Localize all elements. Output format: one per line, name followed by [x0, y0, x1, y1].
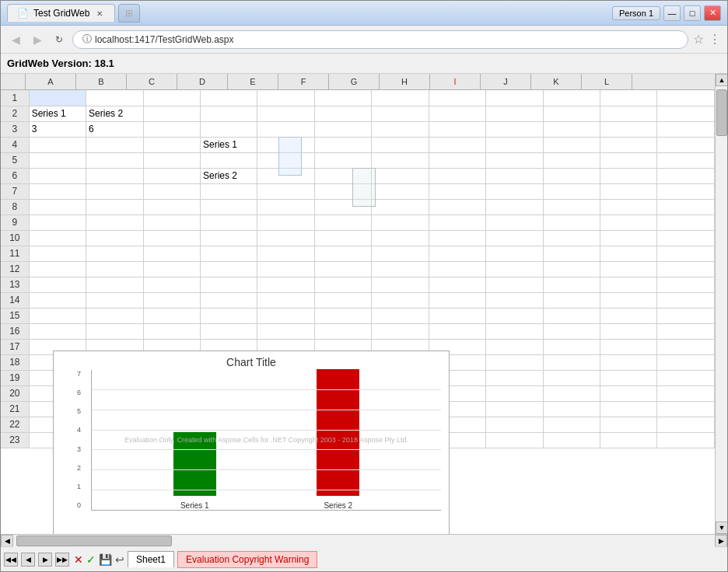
- new-tab[interactable]: ⊞: [118, 4, 140, 23]
- cell-I20[interactable]: [486, 385, 543, 401]
- cell-D14[interactable]: [200, 292, 257, 308]
- cell-D11[interactable]: [200, 246, 257, 261]
- cell-L9[interactable]: [657, 214, 715, 230]
- cell-I8[interactable]: [486, 199, 543, 214]
- cell-C10[interactable]: [143, 230, 200, 246]
- cell-C11[interactable]: [143, 246, 200, 261]
- cell-A10[interactable]: [29, 230, 86, 246]
- cell-F16[interactable]: [314, 323, 371, 339]
- cell-B10[interactable]: [86, 230, 143, 246]
- cell-L3[interactable]: [657, 121, 715, 137]
- cell-L8[interactable]: [657, 199, 715, 214]
- cell-I11[interactable]: [486, 246, 543, 261]
- cell-I6[interactable]: [486, 168, 543, 183]
- cell-K21[interactable]: [600, 401, 657, 417]
- tab-close-button[interactable]: ✕: [94, 9, 105, 19]
- cell-L17[interactable]: [657, 339, 715, 354]
- cell-J3[interactable]: [543, 121, 600, 137]
- scroll-down-button[interactable]: ▼: [716, 521, 727, 534]
- cell-K16[interactable]: [600, 323, 657, 339]
- cell-K4[interactable]: [600, 137, 657, 152]
- h-scroll-track[interactable]: [13, 535, 715, 547]
- cell-H16[interactable]: [429, 323, 485, 339]
- cell-B4[interactable]: [86, 137, 143, 152]
- address-input[interactable]: ⓘ localhost:1417/TestGridWeb.aspx: [72, 30, 688, 49]
- cell-L11[interactable]: [657, 246, 715, 261]
- cell-L21[interactable]: [657, 401, 715, 417]
- cell-D13[interactable]: [200, 277, 257, 292]
- cell-J9[interactable]: [543, 214, 600, 230]
- cell-C2[interactable]: [143, 106, 200, 121]
- cell-B12[interactable]: [86, 261, 143, 277]
- cell-G14[interactable]: [372, 292, 429, 308]
- series2-floating-widget[interactable]: [352, 168, 376, 207]
- cell-I7[interactable]: [486, 183, 543, 199]
- cell-D12[interactable]: [200, 261, 257, 277]
- col-header-C[interactable]: C: [127, 74, 177, 89]
- col-header-J[interactable]: J: [481, 74, 531, 89]
- cell-L23[interactable]: [657, 432, 715, 448]
- undo-icon[interactable]: ↩: [115, 553, 124, 566]
- cell-L7[interactable]: [657, 183, 715, 199]
- cell-H11[interactable]: [429, 246, 485, 261]
- cell-I21[interactable]: [486, 401, 543, 417]
- col-header-L[interactable]: L: [582, 74, 632, 89]
- cell-J19[interactable]: [543, 370, 600, 385]
- cell-B14[interactable]: [86, 292, 143, 308]
- cell-L16[interactable]: [657, 323, 715, 339]
- col-header-G[interactable]: G: [329, 74, 380, 89]
- cell-B5[interactable]: [86, 152, 143, 168]
- col-header-B[interactable]: B: [76, 74, 127, 89]
- cell-I5[interactable]: [486, 152, 543, 168]
- cell-D1[interactable]: [200, 90, 257, 106]
- cell-J4[interactable]: [543, 137, 600, 152]
- cell-D15[interactable]: [200, 308, 257, 323]
- cell-I15[interactable]: [486, 308, 543, 323]
- cell-F14[interactable]: [314, 292, 371, 308]
- cell-C6[interactable]: [143, 168, 200, 183]
- cell-K9[interactable]: [600, 214, 657, 230]
- tab-last-button[interactable]: ▶▶: [55, 553, 69, 567]
- cell-C16[interactable]: [143, 323, 200, 339]
- series1-floating-widget[interactable]: [278, 137, 302, 176]
- cell-K3[interactable]: [600, 121, 657, 137]
- cell-I3[interactable]: [486, 121, 543, 137]
- cell-E14[interactable]: [257, 292, 314, 308]
- scroll-left-button[interactable]: ◀: [1, 535, 13, 547]
- cell-C7[interactable]: [143, 183, 200, 199]
- cell-D9[interactable]: [200, 214, 257, 230]
- col-header-E[interactable]: E: [228, 74, 278, 89]
- cell-K2[interactable]: [600, 106, 657, 121]
- menu-button[interactable]: ⋮: [709, 32, 721, 47]
- cell-K7[interactable]: [600, 183, 657, 199]
- person-button[interactable]: Person 1: [612, 6, 660, 20]
- cell-I22[interactable]: [486, 417, 543, 432]
- cell-L19[interactable]: [657, 370, 715, 385]
- cell-A3[interactable]: 3: [29, 121, 86, 137]
- cell-J20[interactable]: [543, 385, 600, 401]
- cell-K14[interactable]: [600, 292, 657, 308]
- cell-K11[interactable]: [600, 246, 657, 261]
- cell-A1[interactable]: [29, 90, 86, 106]
- tab-next-button[interactable]: ▶: [38, 553, 52, 567]
- cell-I18[interactable]: [486, 354, 543, 370]
- cell-E10[interactable]: [257, 230, 314, 246]
- cell-F3[interactable]: [314, 121, 371, 137]
- scroll-track[interactable]: [716, 86, 727, 521]
- cell-K23[interactable]: [600, 432, 657, 448]
- cell-A7[interactable]: [29, 183, 86, 199]
- sheet1-tab[interactable]: Sheet1: [128, 551, 174, 567]
- cell-A8[interactable]: [29, 199, 86, 214]
- cell-C3[interactable]: [143, 121, 200, 137]
- scroll-up-button[interactable]: ▲: [716, 74, 727, 86]
- tab-prev-button[interactable]: ◀: [21, 553, 35, 567]
- cell-A11[interactable]: [29, 246, 86, 261]
- cell-G4[interactable]: [372, 137, 429, 152]
- cell-K19[interactable]: [600, 370, 657, 385]
- cell-H15[interactable]: [429, 308, 485, 323]
- cell-J5[interactable]: [543, 152, 600, 168]
- cell-I14[interactable]: [486, 292, 543, 308]
- cell-H12[interactable]: [429, 261, 485, 277]
- cell-J23[interactable]: [543, 432, 600, 448]
- cell-C1[interactable]: [143, 90, 200, 106]
